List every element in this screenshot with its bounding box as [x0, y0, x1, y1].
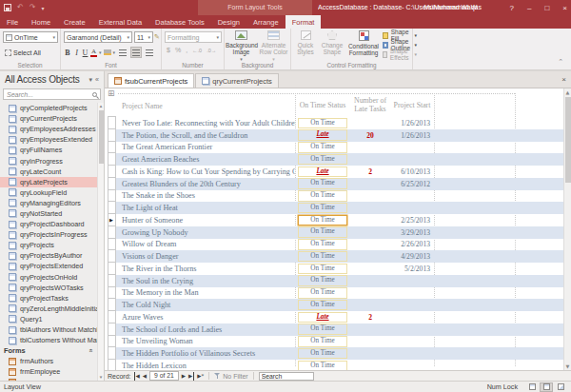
cell-on-time-status[interactable]: On Time: [295, 215, 350, 226]
sidebar-item[interactable]: Query1: [0, 314, 97, 324]
form-view-button[interactable]: [525, 382, 539, 392]
column-header-project-start[interactable]: Project Start: [390, 102, 434, 110]
on-time-status-box[interactable]: On Time: [298, 348, 347, 360]
record-position[interactable]: 9 of 21: [149, 371, 179, 381]
align-right-button[interactable]: [144, 47, 155, 58]
scroll-up-icon[interactable]: ▲: [99, 103, 103, 109]
nav-pane-menu-icon[interactable]: ▾: [89, 76, 93, 84]
undo-icon[interactable]: ↶: [17, 4, 24, 11]
italic-button[interactable]: I: [73, 49, 80, 57]
cell-project-name[interactable]: The Unveiling Woman: [116, 337, 295, 345]
on-time-status-box[interactable]: Late: [298, 129, 347, 141]
record-selector[interactable]: [108, 152, 116, 166]
background-image-button[interactable]: Background Image ▾: [226, 30, 257, 63]
cell-on-time-status[interactable]: On Time: [295, 348, 350, 360]
bold-button[interactable]: B: [64, 49, 71, 57]
on-time-status-box[interactable]: On Time: [298, 190, 347, 202]
cell-project-start[interactable]: 5/2/2013: [390, 265, 434, 273]
underline-button[interactable]: U: [82, 49, 89, 57]
record-selector[interactable]: [108, 177, 116, 190]
on-time-status-box[interactable]: On Time: [298, 226, 347, 238]
on-time-status-box[interactable]: Late: [298, 312, 347, 323]
cell-on-time-status[interactable]: On Time: [295, 118, 350, 129]
chevron-down-icon[interactable]: ▾: [99, 49, 102, 55]
on-time-status-box[interactable]: On Time: [298, 154, 347, 166]
nav-scrollbar[interactable]: ▲ ▼: [97, 103, 104, 381]
cell-on-time-status[interactable]: On Time: [295, 287, 350, 299]
sidebar-item[interactable]: tblCustomers Without Match...: [0, 335, 97, 345]
on-time-status-box[interactable]: On Time: [298, 336, 347, 347]
sidebar-item[interactable]: qryProjectsInProgress: [0, 229, 97, 240]
on-time-status-box[interactable]: On Time: [298, 178, 347, 189]
align-left-button[interactable]: [117, 47, 128, 58]
sidebar-item[interactable]: qryProjectsOnHold: [0, 272, 97, 283]
record-selector[interactable]: [108, 262, 116, 275]
cell-on-time-status[interactable]: On Time: [295, 239, 350, 250]
sidebar-item[interactable]: frmEmployee: [0, 366, 97, 377]
sidebar-item[interactable]: qryLateCount: [0, 167, 97, 177]
record-selector[interactable]: [108, 213, 116, 226]
align-center-button[interactable]: [130, 47, 142, 58]
next-record-icon[interactable]: ▶: [182, 372, 186, 381]
record-search-input[interactable]: [259, 372, 314, 381]
help-button[interactable]: ?: [510, 4, 514, 12]
sidebar-item[interactable]: qryEmployeesAddresses: [0, 124, 97, 134]
cell-on-time-status[interactable]: On Time: [295, 300, 350, 311]
restore-button[interactable]: □: [544, 4, 549, 12]
cell-late-tasks[interactable]: 2: [350, 313, 390, 322]
cell-project-start[interactable]: 2/25/2013: [390, 216, 434, 225]
document-tab[interactable]: qryCurrentProjects: [195, 73, 279, 88]
scrollbar-thumb[interactable]: [99, 110, 104, 164]
on-time-status-box[interactable]: On Time: [298, 264, 347, 275]
last-record-icon[interactable]: ▶: [188, 372, 194, 381]
sidebar-item[interactable]: qryZeroLengthMiddleInitial: [0, 304, 97, 314]
record-selector[interactable]: [108, 298, 116, 311]
sidebar-item[interactable]: Forms: [0, 345, 97, 356]
cell-project-name[interactable]: Azure Waves: [116, 313, 295, 322]
font-size-combo[interactable]: 11 ▾: [134, 31, 153, 43]
cell-on-time-status[interactable]: On Time: [295, 178, 350, 189]
font-color-button[interactable]: A: [90, 49, 97, 57]
cell-project-name[interactable]: The River in the Thorns: [116, 265, 295, 273]
scroll-down-icon[interactable]: ▼: [566, 363, 570, 370]
minimize-button[interactable]: –: [527, 4, 531, 12]
record-selector[interactable]: [108, 359, 116, 370]
previous-record-icon[interactable]: ◀: [143, 372, 147, 381]
record-selector[interactable]: [108, 201, 116, 214]
on-time-status-box[interactable]: On Time: [298, 142, 347, 153]
sidebar-item[interactable]: qryNotStarted: [0, 208, 97, 219]
sidebar-item[interactable]: qryProjectDashboard: [0, 219, 97, 229]
record-selector[interactable]: [108, 335, 116, 348]
save-icon[interactable]: [4, 4, 11, 11]
cell-project-start[interactable]: 6/25/2012: [390, 180, 434, 188]
filter-indicator[interactable]: No Filter: [214, 372, 247, 380]
cell-project-name[interactable]: Never Too Late: Reconnecting with Your A…: [116, 119, 295, 127]
collapse-ribbon-icon[interactable]: ⌃: [558, 58, 563, 66]
close-button[interactable]: ×: [562, 4, 567, 12]
cell-project-name[interactable]: Visions of Danger: [116, 252, 295, 261]
select-all-button[interactable]: Select All: [3, 47, 43, 58]
cell-project-name[interactable]: The Cold Night: [116, 301, 295, 309]
ribbon-tab[interactable]: Database Tools: [148, 15, 211, 29]
cell-on-time-status[interactable]: On Time: [295, 190, 350, 202]
cell-project-name[interactable]: Great American Beaches: [116, 155, 295, 164]
cell-project-name[interactable]: Willow of Dream: [116, 240, 295, 248]
nav-search-input[interactable]: [7, 91, 90, 98]
record-selector[interactable]: [108, 128, 116, 142]
chevron-down-icon[interactable]: ▾: [113, 49, 116, 55]
sidebar-item[interactable]: qryEmployeesExtended: [0, 134, 97, 145]
on-time-status-box[interactable]: On Time: [298, 118, 347, 129]
sidebar-item[interactable]: qryProjectsByAuthor: [0, 250, 97, 261]
sidebar-item[interactable]: qryCompletedProjects: [0, 103, 97, 113]
cell-on-time-status[interactable]: Late: [295, 312, 350, 323]
record-selector[interactable]: [108, 165, 116, 178]
on-time-status-box[interactable]: On Time: [298, 239, 347, 250]
cell-on-time-status[interactable]: On Time: [295, 264, 350, 275]
scroll-up-icon[interactable]: ▲: [566, 88, 570, 96]
cell-on-time-status[interactable]: On Time: [295, 361, 350, 370]
cell-on-time-status[interactable]: On Time: [295, 251, 350, 263]
on-time-status-box[interactable]: On Time: [298, 361, 347, 370]
cell-on-time-status[interactable]: On Time: [295, 226, 350, 238]
record-selector[interactable]: [108, 346, 116, 360]
scrollbar-thumb[interactable]: [565, 97, 571, 183]
